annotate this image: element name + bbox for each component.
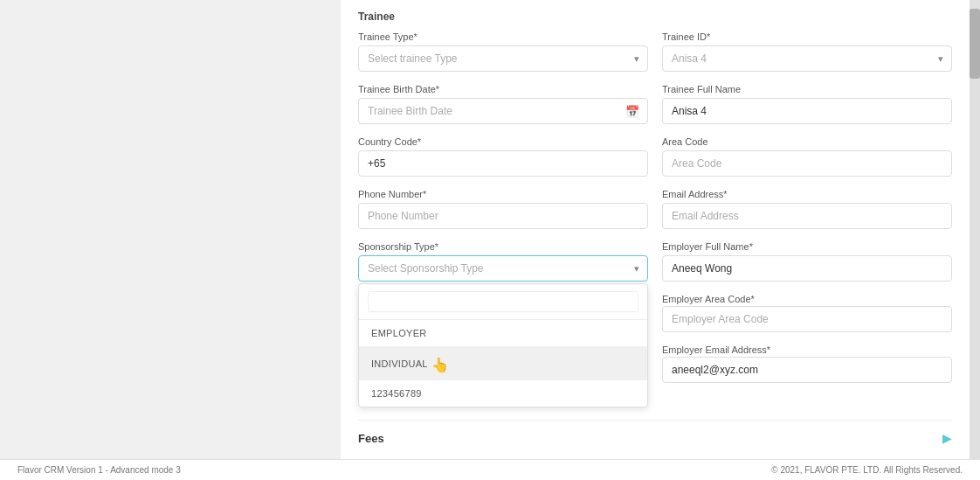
sponsorship-employer-row: Sponsorship Type* Select Sponsorship Typ… [358, 241, 952, 407]
country-code-row: Country Code* Area Code [358, 136, 952, 177]
trainee-full-name-label: Trainee Full Name [662, 84, 952, 94]
trainee-id-label: Trainee ID* [662, 31, 952, 42]
trainee-type-select-wrapper: Select trainee Type ▾ [358, 45, 648, 72]
phone-number-label: Phone Number* [358, 189, 648, 199]
phone-number-input[interactable] [358, 203, 648, 229]
dropdown-item-individual[interactable]: INDIVIDUAL 👆 [359, 347, 647, 380]
sponsorship-type-select[interactable]: Select Sponsorship Type [358, 255, 648, 282]
fees-section-arrow-icon: ▶ [942, 431, 952, 445]
employer-area-code-label: Employer Area Code* [662, 294, 755, 304]
trainee-full-name-input[interactable] [662, 98, 952, 124]
footer: Flavor CRM Version 1 - Advanced mode 3 ©… [0, 459, 980, 480]
scrollbar-thumb[interactable] [970, 9, 980, 79]
fees-section-header[interactable]: Fees ▶ [358, 420, 952, 449]
dropdown-item-123456789[interactable]: 123456789 [359, 380, 647, 407]
birth-date-row: Trainee Birth Date* 📅 Trainee Full Name [358, 84, 952, 124]
trainee-full-name-group: Trainee Full Name [662, 84, 952, 124]
employer-full-name-input[interactable] [662, 255, 952, 282]
form-panel: Trainee Trainee Type* Select trainee Typ… [341, 0, 970, 459]
trainee-type-label: Trainee Type* [358, 31, 648, 42]
employer-email-label: Employer Email Address* [662, 344, 770, 355]
fees-section-title: Fees [358, 432, 384, 445]
sponsorship-type-group: Sponsorship Type* Select Sponsorship Typ… [358, 241, 648, 407]
left-panel [0, 0, 341, 459]
footer-copyright: © 2021, FLAVOR PTE. LTD. All Rights Rese… [771, 465, 963, 475]
scrollbar[interactable] [970, 0, 980, 459]
dropdown-search-area [359, 284, 647, 320]
employer-email-input[interactable] [662, 357, 952, 383]
area-code-group: Area Code [662, 136, 952, 177]
content-area: Trainee Trainee Type* Select trainee Typ… [0, 0, 980, 459]
footer-version: Flavor CRM Version 1 - Advanced mode 3 [17, 465, 181, 475]
dropdown-item-employer[interactable]: EMPLOYER [359, 320, 647, 347]
birth-date-label: Trainee Birth Date* [358, 84, 648, 94]
employer-area-code-group: Employer Area Code* [662, 290, 952, 332]
trainee-id-select-wrapper: Anisa 4 ▾ [662, 45, 952, 72]
sponsorship-dropdown-menu: EMPLOYER INDIVIDUAL 👆 123456789 [358, 283, 648, 407]
email-address-label: Email Address* [662, 189, 952, 199]
trainee-section-label: Trainee [358, 10, 952, 23]
birth-date-wrapper: 📅 [358, 98, 648, 124]
employer-full-name-group: Employer Full Name* Employer Area Code* … [662, 241, 952, 383]
sponsorship-type-label: Sponsorship Type* [358, 241, 648, 252]
email-address-group: Email Address* [662, 189, 952, 229]
area-code-label: Area Code [662, 136, 952, 147]
country-code-input[interactable] [358, 150, 648, 177]
cursor-icon: 👆 [431, 357, 449, 373]
phone-number-group: Phone Number* [358, 189, 648, 229]
sponsorship-type-select-wrapper: Select Sponsorship Type ▾ [358, 255, 648, 282]
trainee-type-row: Trainee Type* Select trainee Type ▾ Trai… [358, 31, 952, 72]
email-address-input[interactable] [662, 203, 952, 229]
employer-full-name-label: Employer Full Name* [662, 241, 952, 252]
employer-area-code-input[interactable] [662, 306, 952, 332]
birth-date-input[interactable] [358, 98, 648, 124]
country-code-label: Country Code* [358, 136, 648, 147]
trainee-type-group: Trainee Type* Select trainee Type ▾ [358, 31, 648, 72]
birth-date-group: Trainee Birth Date* 📅 [358, 84, 648, 124]
trainee-type-select[interactable]: Select trainee Type [358, 45, 648, 72]
trainee-id-select[interactable]: Anisa 4 [662, 45, 952, 72]
phone-email-row: Phone Number* Email Address* [358, 189, 952, 229]
area-code-input[interactable] [662, 150, 952, 177]
main-container: Trainee Trainee Type* Select trainee Typ… [0, 0, 980, 480]
trainee-id-group: Trainee ID* Anisa 4 ▾ [662, 31, 952, 72]
country-code-group: Country Code* [358, 136, 648, 177]
dropdown-search-input[interactable] [368, 291, 638, 312]
employer-email-group: Employer Email Address* [662, 341, 952, 383]
